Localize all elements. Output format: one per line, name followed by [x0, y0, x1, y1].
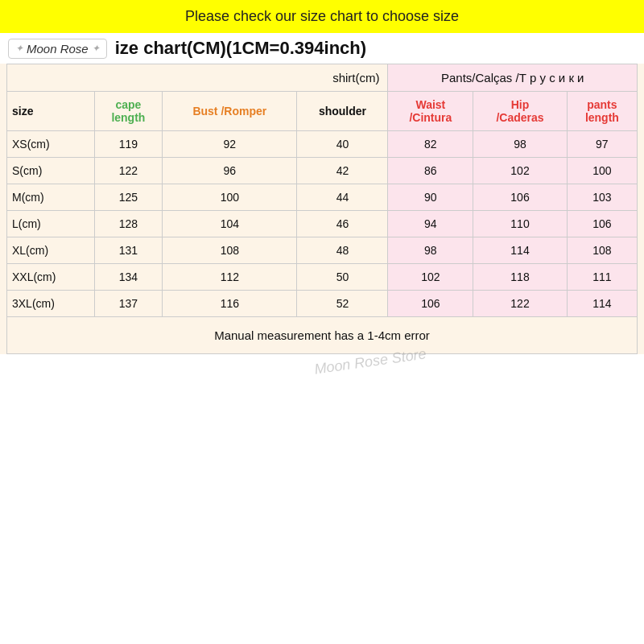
cell-waist: 90 [388, 184, 473, 211]
table-row: XS(cm)1199240829897 [7, 131, 638, 158]
cell-waist: 106 [388, 291, 473, 317]
cell-cape: 122 [94, 158, 163, 184]
col-header-waist: Waist/Cintura [388, 92, 473, 131]
cell-shoulder: 48 [297, 237, 388, 264]
col-header-cape: capelength [94, 92, 163, 131]
cell-cape: 134 [94, 264, 163, 291]
col-header-pants: pantslength [567, 92, 637, 131]
cell-cape: 119 [94, 131, 163, 158]
cell-hip: 110 [473, 211, 568, 237]
cell-waist: 102 [388, 264, 473, 291]
cell-size: XL(cm) [7, 237, 95, 264]
cell-pants: 97 [567, 131, 637, 158]
cell-shoulder: 52 [297, 291, 388, 317]
table-row: XL(cm)1311084898114108 [7, 237, 638, 264]
cell-cape: 128 [94, 211, 163, 237]
logo-bar: ✦ Moon Rose ✦ ize chart(CM)(1CM=0.394inc… [0, 33, 644, 64]
cell-shoulder: 50 [297, 264, 388, 291]
cell-waist: 82 [388, 131, 473, 158]
pants-section-header: Pants/Calças /Т р у с и к и [388, 64, 638, 92]
table-row: S(cm)122964286102100 [7, 158, 638, 184]
cell-cape: 137 [94, 291, 163, 317]
cell-pants: 100 [567, 158, 637, 184]
cell-hip: 102 [473, 158, 568, 184]
col-header-shoulder: shoulder [297, 92, 388, 131]
cell-pants: 111 [567, 264, 637, 291]
chart-title: ize chart(CM)(1CM=0.394inch) [115, 38, 366, 59]
cell-pants: 103 [567, 184, 637, 211]
cell-bust: 92 [163, 131, 297, 158]
cell-pants: 106 [567, 211, 637, 237]
cell-cape: 125 [94, 184, 163, 211]
shirt-section-header: shirt(cm) [7, 64, 388, 92]
footer-row: Manual measurement has a 1-4cm error [7, 317, 638, 354]
table-row: XXL(cm)13411250102118111 [7, 264, 638, 291]
column-header-row: size capelength Bust /Romper shoulder Wa… [7, 92, 638, 131]
footer-text: Manual measurement has a 1-4cm error [214, 328, 430, 342]
table-container: Moon Rose Store shirt(cm) Pants/Calças /… [0, 64, 644, 354]
cell-size: S(cm) [7, 158, 95, 184]
cell-bust: 108 [163, 237, 297, 264]
size-chart-table: shirt(cm) Pants/Calças /Т р у с и к и si… [6, 64, 638, 354]
col-header-bust: Bust /Romper [163, 92, 297, 131]
logo-star-left: ✦ [15, 43, 23, 54]
top-banner: Please check our size chart to choose si… [0, 0, 644, 33]
cell-size: 3XL(cm) [7, 291, 95, 317]
col-header-hip: Hip/Caderas [473, 92, 568, 131]
logo-box: ✦ Moon Rose ✦ [8, 39, 107, 59]
cell-shoulder: 40 [297, 131, 388, 158]
cell-pants: 114 [567, 291, 637, 317]
col-header-size: size [7, 92, 95, 131]
cell-bust: 116 [163, 291, 297, 317]
cell-pants: 108 [567, 237, 637, 264]
table-row: L(cm)1281044694110106 [7, 211, 638, 237]
section-header-row: shirt(cm) Pants/Calças /Т р у с и к и [7, 64, 638, 92]
cell-hip: 114 [473, 237, 568, 264]
cell-hip: 98 [473, 131, 568, 158]
cell-waist: 98 [388, 237, 473, 264]
cell-waist: 86 [388, 158, 473, 184]
cell-shoulder: 42 [297, 158, 388, 184]
table-row: 3XL(cm)13711652106122114 [7, 291, 638, 317]
cell-bust: 104 [163, 211, 297, 237]
cell-shoulder: 44 [297, 184, 388, 211]
cell-shoulder: 46 [297, 211, 388, 237]
cell-waist: 94 [388, 211, 473, 237]
cell-hip: 106 [473, 184, 568, 211]
cell-hip: 122 [473, 291, 568, 317]
cell-size: XXL(cm) [7, 264, 95, 291]
table-row: M(cm)1251004490106103 [7, 184, 638, 211]
banner-text: Please check our size chart to choose si… [185, 8, 459, 24]
cell-hip: 118 [473, 264, 568, 291]
cell-bust: 100 [163, 184, 297, 211]
cell-size: M(cm) [7, 184, 95, 211]
logo-name: Moon Rose [27, 42, 89, 56]
logo-star-right: ✦ [92, 43, 100, 54]
cell-bust: 96 [163, 158, 297, 184]
cell-size: XS(cm) [7, 131, 95, 158]
cell-cape: 131 [94, 237, 163, 264]
cell-bust: 112 [163, 264, 297, 291]
cell-size: L(cm) [7, 211, 95, 237]
